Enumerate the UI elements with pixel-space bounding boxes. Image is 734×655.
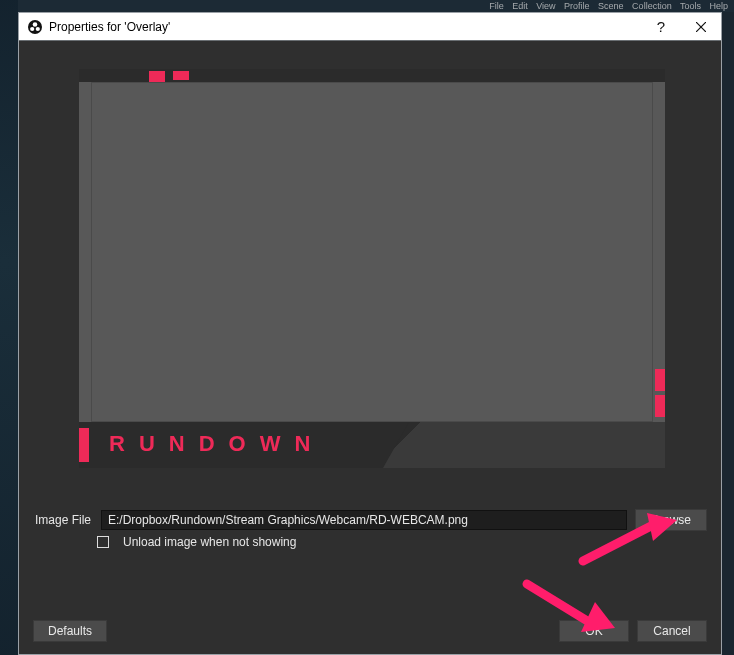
overlay-brand-text: RUNDOWN — [109, 431, 324, 457]
image-file-input[interactable] — [101, 510, 627, 530]
close-button[interactable] — [681, 13, 721, 41]
defaults-button[interactable]: Defaults — [33, 620, 107, 642]
close-icon — [696, 22, 706, 32]
background-right-strip — [722, 12, 734, 655]
browse-button[interactable]: Browse — [635, 509, 707, 531]
svg-point-1 — [33, 22, 38, 27]
svg-point-3 — [36, 26, 40, 30]
image-file-label: Image File — [35, 513, 93, 527]
ok-button[interactable]: OK — [559, 620, 629, 642]
unload-row: Unload image when not showing — [97, 535, 707, 549]
dialog-footer: Defaults OK Cancel — [33, 620, 707, 642]
svg-point-2 — [30, 26, 34, 30]
properties-dialog: Properties for 'Overlay' ? RUNDOWN — [18, 12, 722, 655]
help-button[interactable]: ? — [641, 13, 681, 41]
background-left-strip — [0, 0, 18, 655]
preview-area: RUNDOWN — [79, 69, 665, 468]
svg-line-8 — [527, 584, 589, 622]
overlay-preview: RUNDOWN — [79, 69, 665, 468]
unload-label: Unload image when not showing — [123, 535, 296, 549]
app-icon — [27, 19, 43, 35]
dialog-body: RUNDOWN Image File Browse Unload image w… — [19, 41, 721, 654]
background-menu: File Edit View Profile Scene Collection … — [489, 0, 734, 12]
svg-point-0 — [28, 20, 42, 34]
titlebar[interactable]: Properties for 'Overlay' ? — [19, 13, 721, 41]
titlebar-title: Properties for 'Overlay' — [49, 20, 170, 34]
cancel-button[interactable]: Cancel — [637, 620, 707, 642]
unload-checkbox[interactable] — [97, 536, 109, 548]
image-file-row: Image File Browse — [35, 509, 707, 531]
